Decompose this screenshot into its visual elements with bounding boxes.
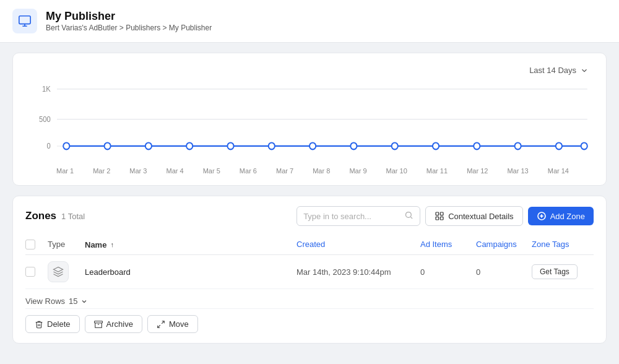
x-label-9: Mar 10: [386, 167, 407, 175]
svg-rect-30: [94, 321, 102, 323]
svg-text:0: 0: [47, 142, 51, 150]
chart-header: Last 14 Days: [25, 63, 594, 77]
svg-point-8: [105, 143, 111, 150]
svg-rect-23: [436, 212, 439, 215]
svg-point-12: [269, 143, 275, 150]
header-checkbox[interactable]: [25, 240, 35, 249]
x-label-4: Mar 5: [203, 167, 220, 175]
svg-point-16: [433, 143, 439, 150]
col-created-header: Created: [297, 240, 420, 249]
header-text: My Publisher Bert Varias's AdButler > Pu…: [46, 10, 212, 32]
col-tags-header: Zone Tags: [532, 240, 594, 249]
x-label-0: Mar 1: [56, 167, 74, 175]
svg-point-18: [515, 143, 521, 150]
zones-table: Type Name ↑ Created Ad Items Campaigns Z…: [25, 235, 594, 289]
svg-point-13: [310, 143, 316, 150]
breadcrumb: Bert Varias's AdButler > Publishers > My…: [46, 24, 212, 32]
delete-button[interactable]: Delete: [25, 315, 80, 333]
contextual-details-icon: [435, 211, 444, 221]
search-input[interactable]: [303, 212, 400, 221]
svg-point-7: [63, 143, 69, 150]
zones-card: Zones 1 Total: [12, 196, 607, 344]
view-rows-select[interactable]: 15: [69, 297, 87, 306]
delete-label: Delete: [47, 319, 71, 329]
col-type-header: Type: [48, 240, 85, 249]
svg-point-21: [406, 212, 412, 218]
date-range-button[interactable]: Last 14 Days: [524, 63, 594, 77]
sort-icon: ↑: [110, 241, 114, 248]
move-label: Move: [169, 319, 189, 329]
x-label-8: Mar 9: [349, 167, 366, 175]
breadcrumb-publishers: Publishers: [126, 24, 160, 32]
col-name-header[interactable]: Name ↑: [85, 240, 297, 249]
svg-line-32: [162, 321, 164, 323]
x-label-2: Mar 3: [129, 167, 147, 175]
view-rows-label: View Rows: [25, 297, 65, 306]
svg-point-20: [581, 143, 587, 150]
svg-point-15: [392, 143, 398, 150]
archive-label: Archive: [106, 319, 133, 329]
contextual-details-button[interactable]: Contextual Details: [425, 206, 523, 226]
zones-total: 1 Total: [61, 212, 85, 221]
row-zone-tags[interactable]: Get Tags: [532, 264, 594, 279]
svg-line-22: [411, 217, 413, 219]
page-header: My Publisher Bert Varias's AdButler > Pu…: [0, 0, 619, 43]
zones-actions: Contextual Details Add Zone: [297, 206, 594, 226]
svg-rect-26: [436, 217, 439, 220]
x-label-12: Mar 13: [507, 167, 528, 175]
table-header: Type Name ↑ Created Ad Items Campaigns Z…: [25, 235, 594, 255]
breadcrumb-root: Bert Varias's AdButler: [46, 24, 117, 32]
x-label-7: Mar 8: [313, 167, 330, 175]
row-name: Leaderboard: [85, 267, 297, 277]
col-aditems-header: Ad Items: [420, 240, 476, 249]
svg-rect-24: [440, 212, 443, 215]
svg-point-11: [227, 143, 233, 150]
table-row: Leaderboard Mar 14th, 2023 9:10:44pm 0 0…: [25, 255, 594, 289]
chart-container: 1K 500 0: [25, 82, 594, 175]
zone-3d-icon: [48, 261, 69, 282]
svg-point-14: [350, 143, 357, 150]
row-checkbox-input[interactable]: [25, 267, 35, 277]
x-label-10: Mar 11: [426, 167, 448, 175]
x-label-13: Mar 14: [548, 167, 569, 175]
svg-point-19: [556, 143, 562, 150]
move-button[interactable]: Move: [147, 315, 198, 333]
archive-button[interactable]: Archive: [85, 315, 142, 333]
chart-svg: 1K 500 0: [25, 82, 594, 163]
search-box[interactable]: [297, 206, 420, 226]
row-campaigns: 0: [476, 267, 532, 277]
svg-point-9: [145, 143, 152, 150]
add-zone-icon: [537, 211, 547, 221]
zones-header: Zones 1 Total: [25, 206, 594, 226]
x-label-1: Mar 2: [93, 167, 110, 175]
table-footer: View Rows 15: [25, 289, 594, 308]
row-created: Mar 14th, 2023 9:10:44pm: [297, 267, 420, 277]
chart-card: Last 14 Days 1K 500 0: [12, 53, 607, 186]
svg-text:500: 500: [39, 116, 51, 123]
col-campaigns-header: Campaigns: [476, 240, 532, 249]
date-range-label: Last 14 Days: [529, 66, 576, 75]
svg-line-33: [158, 325, 160, 327]
bottom-actions: Delete Archive Move: [25, 308, 594, 333]
x-label-5: Mar 6: [240, 167, 257, 175]
svg-point-10: [186, 143, 193, 150]
move-icon: [157, 320, 165, 329]
svg-rect-25: [440, 217, 443, 220]
zones-label: Zones: [25, 210, 56, 222]
get-tags-button[interactable]: Get Tags: [532, 264, 578, 279]
publisher-icon: [12, 9, 37, 33]
chevron-down-icon: [580, 66, 589, 75]
search-icon: [404, 210, 413, 222]
col-checkbox[interactable]: [25, 240, 48, 249]
add-zone-button[interactable]: Add Zone: [528, 207, 594, 225]
page-title: My Publisher: [46, 10, 212, 24]
row-checkbox[interactable]: [25, 267, 48, 277]
x-axis-labels: Mar 1 Mar 2 Mar 3 Mar 4 Mar 5 Mar 6 Mar …: [25, 165, 594, 175]
svg-point-17: [474, 143, 480, 150]
archive-icon: [94, 320, 103, 329]
contextual-details-label: Contextual Details: [448, 212, 514, 221]
svg-text:1K: 1K: [42, 85, 51, 93]
delete-icon: [35, 320, 43, 329]
view-rows-chevron-icon: [80, 298, 88, 305]
add-zone-label: Add Zone: [550, 212, 585, 221]
